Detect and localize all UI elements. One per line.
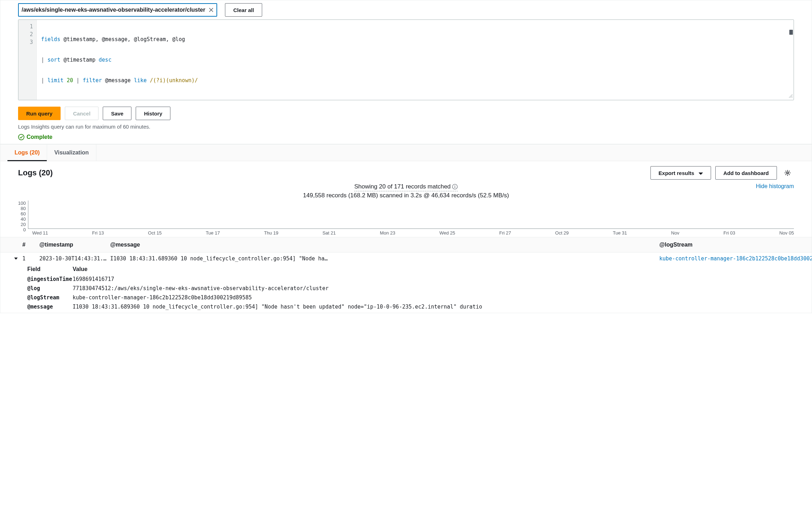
check-circle-icon xyxy=(18,134,24,140)
svg-point-3 xyxy=(455,185,455,186)
status-complete: Complete xyxy=(18,134,794,140)
row-details: Field Value @ingestionTime 1698691416717… xyxy=(0,265,812,310)
detail-row: @logStream kube-controller-manager-186c2… xyxy=(27,294,812,301)
y-axis: 100 80 60 40 20 0 xyxy=(18,201,28,229)
export-results-button[interactable]: Export results xyxy=(650,166,711,180)
detail-row: @log 771830474512:/aws/eks/single-new-ek… xyxy=(27,285,812,292)
caret-down-filled-icon xyxy=(14,257,18,260)
log-group-token[interactable]: /aws/eks/single-new-eks-awsnative-observ… xyxy=(18,3,217,17)
stats-matched: Showing 20 of 171 records matched xyxy=(354,183,458,191)
expand-toggle[interactable] xyxy=(0,255,18,262)
x-axis: Wed 11 Fri 13 Oct 15 Tue 17 Thu 19 Sat 2… xyxy=(18,229,794,236)
resize-handle[interactable] xyxy=(789,94,793,99)
tab-visualization[interactable]: Visualization xyxy=(47,145,96,161)
histogram: 100 80 60 40 20 0 Wed 11 Fri 13 Oct 15 T… xyxy=(0,199,812,237)
results-title: Logs (20) xyxy=(18,168,53,177)
info-icon xyxy=(452,184,458,190)
row-index: 1 xyxy=(18,255,39,262)
query-hint: Logs Insights query can run for maximum … xyxy=(18,124,794,130)
col-timestamp: @timestamp xyxy=(39,242,110,248)
svg-point-1 xyxy=(786,172,789,174)
table-row[interactable]: 1 2023-10-30T14:43:31.… I1030 18:43:31.6… xyxy=(0,253,812,265)
query-editor[interactable]: 123 fields @timestamp, @message, @logStr… xyxy=(18,19,794,100)
stats-scanned: 149,558 records (168.2 MB) scanned in 3.… xyxy=(18,192,794,199)
scroll-indicator[interactable] xyxy=(789,30,793,35)
col-logstream: @logStream xyxy=(659,242,812,248)
row-message: I1030 18:43:31.689360 10 node_lifecycle_… xyxy=(110,255,659,262)
editor-code[interactable]: fields @timestamp, @message, @logStream,… xyxy=(37,20,794,100)
col-message: @message xyxy=(110,242,659,248)
caret-down-icon xyxy=(699,170,703,176)
plot-area[interactable] xyxy=(28,201,794,229)
row-timestamp: 2023-10-30T14:43:31.… xyxy=(39,255,110,262)
tab-logs[interactable]: Logs (20) xyxy=(7,145,47,161)
add-to-dashboard-button[interactable]: Add to dashboard xyxy=(715,166,777,180)
log-group-text: /aws/eks/single-new-eks-awsnative-observ… xyxy=(22,7,205,13)
svg-point-0 xyxy=(18,134,24,140)
editor-gutter: 123 xyxy=(18,20,37,100)
detail-row: @ingestionTime 1698691416717 xyxy=(27,276,812,282)
svg-rect-4 xyxy=(455,186,455,188)
detail-row: @message I1030 18:43:31.689360 10 node_l… xyxy=(27,304,812,310)
row-logstream-link[interactable]: kube-controller-manager-186c2b122528c0be… xyxy=(659,255,812,262)
close-icon[interactable] xyxy=(209,7,214,12)
details-value-header: Value xyxy=(73,266,88,272)
hide-histogram-link[interactable]: Hide histogram xyxy=(756,183,794,190)
details-field-header: Field xyxy=(27,266,73,272)
table-header: # @timestamp @message @logStream xyxy=(0,237,812,253)
run-query-button[interactable]: Run query xyxy=(18,107,61,120)
settings-button[interactable] xyxy=(781,166,794,179)
save-button[interactable]: Save xyxy=(103,107,131,120)
tabs: Logs (20) Visualization xyxy=(0,145,812,161)
history-button[interactable]: History xyxy=(136,107,170,120)
col-index: # xyxy=(18,242,39,248)
cancel-button: Cancel xyxy=(65,107,98,120)
clear-all-button[interactable]: Clear all xyxy=(225,3,262,17)
gear-icon xyxy=(784,169,791,176)
